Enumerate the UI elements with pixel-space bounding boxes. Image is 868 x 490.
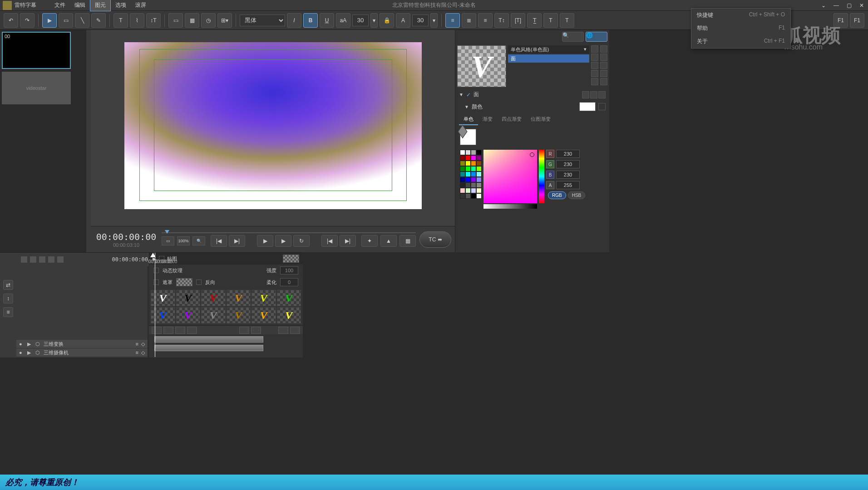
effect-button-2[interactable]: ▲ [380, 235, 397, 247]
style-opt-4[interactable] [600, 70, 607, 77]
gallery-remove[interactable] [163, 327, 173, 334]
hue-slider[interactable] [539, 150, 544, 203]
gallery-v-red[interactable]: V [201, 290, 226, 306]
clock-tool[interactable]: ◷ [201, 13, 216, 28]
tc-mode-button[interactable]: TC ⬌ [419, 231, 451, 248]
timeline-clips-area[interactable] [148, 266, 148, 357]
thumbnail-1[interactable]: 00 [2, 32, 71, 69]
dropdown-icon[interactable]: ⌄ [817, 1, 830, 10]
gallery-v-gray[interactable]: V [201, 307, 226, 323]
vertical-text-tool[interactable]: ↕T [146, 13, 161, 28]
face-disclosure[interactable]: ▼ [459, 92, 464, 97]
right-tool-1[interactable]: F1 [833, 13, 848, 28]
gallery-zoom-in[interactable] [251, 327, 261, 334]
color-check[interactable] [598, 103, 606, 110]
pen-tool[interactable]: ✎ [91, 13, 106, 28]
curve-text-tool[interactable]: ⌇ [130, 13, 144, 28]
mask-preview[interactable] [176, 278, 192, 286]
playhead-icon[interactable] [165, 230, 169, 234]
menu-about[interactable]: 关于 Ctrl + F1 [691, 35, 790, 48]
font-size-icon-2[interactable]: A [396, 13, 410, 28]
font-select[interactable]: 黑体 [240, 15, 285, 26]
align-center-button[interactable]: ≣ [462, 13, 476, 28]
strength-input[interactable] [280, 266, 298, 274]
vertical-splitter[interactable] [86, 30, 91, 252]
tl-header-btn-1[interactable] [21, 256, 27, 263]
tl-header-btn-3[interactable] [39, 256, 45, 263]
font-size-input-2[interactable] [412, 15, 429, 26]
color-cursor[interactable] [530, 152, 534, 157]
rgb-mode-button[interactable]: RGB [548, 191, 566, 199]
image-tool[interactable]: ▦ [185, 13, 199, 28]
gallery-v-amber[interactable]: V [252, 307, 276, 323]
minimize-button[interactable]: — [830, 1, 843, 10]
align-right-button[interactable]: ≡ [478, 13, 493, 28]
texture-preview[interactable] [283, 255, 299, 263]
font-size-icon[interactable]: aA [336, 13, 350, 28]
move-down-button[interactable] [591, 70, 598, 77]
right-tool-2[interactable]: F1 [850, 13, 864, 28]
zoom-button[interactable]: 🔍 [192, 236, 205, 245]
color-swatch[interactable] [579, 102, 596, 111]
redo-button[interactable]: ↷ [20, 13, 35, 28]
style-tab-2[interactable]: 🌐 [586, 32, 607, 42]
tl-tool-3[interactable]: ≡ [3, 307, 13, 317]
soften-input[interactable] [280, 278, 298, 286]
play-preview-button[interactable]: ▶ [257, 235, 273, 247]
tab-solid[interactable]: 单色 [459, 114, 478, 125]
line-tool[interactable]: ╲ [75, 13, 89, 28]
hsb-mode-button[interactable]: HSB [568, 191, 586, 199]
zoom-100-button[interactable]: 100% [177, 236, 190, 245]
gallery-btn7[interactable] [278, 327, 288, 334]
menu-shortcuts[interactable]: 快捷键 Ctrl + Shift + O [691, 9, 790, 22]
rectangle-tool[interactable]: ▭ [59, 13, 73, 28]
gallery-v-green[interactable]: V [277, 290, 301, 306]
a-input[interactable] [556, 181, 580, 189]
b-input[interactable] [556, 171, 580, 179]
goto-end-button[interactable]: ▶| [229, 235, 245, 247]
text-style-1[interactable]: T↕ [494, 13, 509, 28]
prev-frame-button[interactable]: |◀ [321, 235, 338, 247]
menu-graphic[interactable]: 图元 [90, 0, 111, 11]
gallery-v-bright-yellow[interactable]: V [277, 307, 301, 323]
text-tool[interactable]: T [113, 13, 128, 28]
gallery-v-brown[interactable]: V [227, 307, 251, 323]
lock-button[interactable]: 🔒 [380, 13, 394, 28]
bold-button[interactable]: B [303, 13, 318, 28]
gallery-zoom-out[interactable] [239, 327, 249, 334]
timeline-ruler[interactable]: 0:00:00:00 00:00:04:05 00:00:08:10 [148, 253, 148, 266]
menu-options[interactable]: 选项 [111, 0, 131, 11]
gallery-v-yellow[interactable]: V [252, 290, 276, 306]
menu-file[interactable]: 文件 [50, 0, 70, 11]
alpha-slider[interactable] [483, 204, 537, 209]
eyedropper-button[interactable] [460, 129, 476, 145]
tl-tool-1[interactable]: ⇄ [3, 280, 13, 290]
tab-bitmap[interactable]: 位图渐变 [526, 114, 555, 125]
style-opt-1[interactable] [600, 45, 607, 53]
tl-header-btn-5[interactable] [57, 256, 64, 263]
track-1-header[interactable]: ●▶⬡ 三维变换 ≡◇ [16, 340, 148, 348]
text-style-3[interactable]: T̲ [527, 13, 542, 28]
color-field[interactable] [483, 150, 537, 203]
frame-tool[interactable]: ▭ [168, 13, 183, 28]
reverse-check[interactable] [196, 279, 202, 285]
preview-canvas[interactable] [124, 42, 422, 209]
face-opt-2[interactable] [590, 91, 597, 98]
style-opt-3[interactable] [600, 62, 607, 69]
move-up-button[interactable] [591, 62, 598, 69]
add-style-button[interactable] [591, 45, 598, 53]
size-dropdown-2[interactable]: ▾ [430, 13, 438, 28]
fit-button[interactable]: ▭ [162, 236, 174, 245]
crawl-tool[interactable]: ⊞▾ [217, 13, 232, 28]
gallery-v-black[interactable]: V [176, 290, 201, 306]
close-button[interactable]: ✕ [855, 1, 868, 10]
gallery-btn4[interactable] [187, 327, 197, 334]
italic-button[interactable]: I [287, 13, 301, 28]
mask-check[interactable] [153, 279, 159, 285]
gallery-v-purple[interactable]: V [176, 307, 201, 323]
gallery-btn8[interactable] [290, 327, 300, 334]
text-fx-2[interactable]: T [560, 13, 574, 28]
font-size-input-1[interactable] [352, 15, 369, 26]
thumbnail-2[interactable]: videostar [2, 72, 71, 104]
r-input[interactable] [556, 150, 580, 158]
